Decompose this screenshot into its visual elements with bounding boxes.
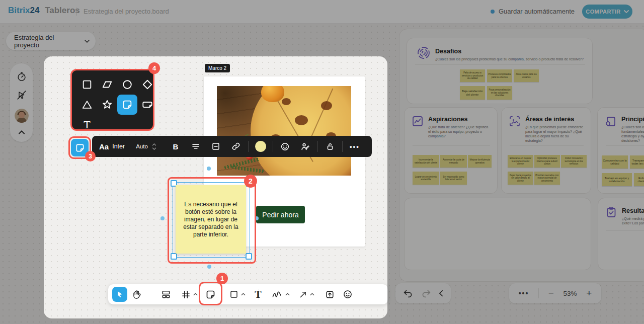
- mini-sticky-note[interactable]: Mejorar la eficiencia operativa: [468, 155, 492, 168]
- card-divider: [606, 145, 644, 146]
- mini-sticky-note[interactable]: Aumentar la cuota de mercado: [440, 155, 467, 168]
- star-shape-tool[interactable]: [97, 95, 117, 115]
- font-size-stepper[interactable]: [152, 143, 156, 150]
- mini-sticky-note[interactable]: Poca personalización en las soluciones o…: [487, 86, 512, 100]
- card-empty[interactable]: [404, 198, 591, 270]
- mini-sticky-note[interactable]: Trabajo en equipo y colaboración: [602, 173, 632, 186]
- chevron-up-icon[interactable]: [18, 130, 25, 134]
- card-desafios[interactable]: Desafíos ¿Cuáles son los principales pro…: [407, 38, 593, 104]
- pedir-ahora-button[interactable]: Pedir ahora: [256, 206, 305, 223]
- format-toolbar: Aa Inter Auto B •••: [92, 136, 372, 157]
- redo-button[interactable]: [421, 289, 431, 298]
- sticky-note[interactable]: Es necesario que el botón esté sobre la …: [176, 185, 246, 254]
- mini-sticky-note[interactable]: Priorizar mercados con mayor potencial d…: [534, 172, 560, 185]
- pen-tool-caret[interactable]: [285, 293, 290, 296]
- mini-sticky-note[interactable]: Enfoque en el cliente siempre: [634, 173, 644, 186]
- card-aspiraciones[interactable]: Aspiraciones ¿Qué trata de obtener? ¿Qué…: [404, 107, 498, 194]
- board-title-chip[interactable]: Estrategia del proyecto: [6, 32, 96, 50]
- zoom-in-button[interactable]: +: [586, 288, 592, 299]
- shape-tool-caret[interactable]: [241, 293, 246, 296]
- share-button[interactable]: COMPARTIR: [582, 5, 632, 19]
- pizza-image[interactable]: [217, 86, 351, 176]
- aspirations-icon: [412, 115, 424, 127]
- circle-shape-tool[interactable]: [117, 74, 137, 95]
- share-label: COMPARTIR: [586, 9, 620, 15]
- laser-off-icon[interactable]: [16, 90, 27, 101]
- avatar[interactable]: [15, 109, 29, 123]
- align-button[interactable]: [186, 142, 206, 151]
- landscape-sticky-shape-tool[interactable]: [137, 95, 157, 115]
- zoom-level[interactable]: 53%: [564, 290, 577, 297]
- chevron-left-icon: [439, 290, 443, 297]
- timer-icon[interactable]: [16, 71, 27, 82]
- mini-sticky-note[interactable]: Dejar fuera proyectos sin valor directo …: [508, 172, 533, 185]
- card-divider: [413, 145, 490, 146]
- mini-sticky-note[interactable]: Transparencia en todas las acciones: [630, 155, 644, 169]
- emoji-tool[interactable]: [342, 288, 354, 300]
- hand-tool[interactable]: [130, 288, 142, 300]
- undo-button[interactable]: [403, 289, 413, 298]
- author-button[interactable]: [295, 142, 315, 151]
- zoom-out-button[interactable]: −: [548, 288, 554, 299]
- select-tool[interactable]: [112, 287, 127, 302]
- diamond-shape-tool[interactable]: [137, 74, 157, 95]
- border-style-button[interactable]: [206, 142, 226, 151]
- triangle-shape-tool[interactable]: [77, 95, 97, 115]
- lock-button[interactable]: [320, 142, 340, 151]
- arrow-tool[interactable]: [297, 288, 309, 300]
- canvas-more-button[interactable]: •••: [519, 289, 529, 297]
- mini-sticky-note[interactable]: Optimizar procesos internos para reducir…: [534, 155, 560, 168]
- mini-sticky-note[interactable]: Baja satisfacción del cliente: [460, 86, 485, 100]
- arrow-tool-caret[interactable]: [310, 293, 314, 296]
- card-resultados[interactable]: Resultados ¿Qué medirá para saber si tuv…: [598, 198, 644, 270]
- mini-sticky-note[interactable]: Altos costos para los usuarios: [514, 69, 539, 82]
- mini-sticky-note[interactable]: Procesos complicados para los clientes: [487, 69, 512, 82]
- font-family-select[interactable]: Inter: [112, 143, 125, 150]
- frame-tool[interactable]: [180, 288, 192, 300]
- pen-tool[interactable]: [270, 288, 283, 300]
- square-shape-tool[interactable]: [77, 74, 97, 95]
- card-subtitle: ¿Cuáles son los valores fundamentales qu…: [621, 125, 644, 143]
- mini-sticky-note[interactable]: Compromiso con la calidad: [602, 155, 628, 169]
- parallelogram-shape-tool[interactable]: [97, 74, 117, 95]
- card-title: Resultados: [622, 207, 644, 214]
- shape-tool[interactable]: [228, 288, 240, 300]
- card-divider: [415, 64, 585, 65]
- brand-bitrix: Bitrix: [8, 6, 30, 15]
- mini-sticky-note[interactable]: Ser reconocido como líder en el sector: [440, 172, 467, 185]
- border-style-icon: [211, 142, 220, 151]
- resize-handle[interactable]: [246, 253, 252, 260]
- resize-handle[interactable]: [171, 253, 177, 260]
- frame-label[interactable]: Marco 2: [205, 64, 230, 72]
- mini-sticky-note[interactable]: Incluir innovación tecnológica en los se…: [561, 155, 587, 168]
- upload-tool[interactable]: [324, 288, 336, 300]
- sticky-note-tool[interactable]: [204, 288, 217, 301]
- chevron-down-icon: [85, 40, 90, 43]
- collapse-history-button[interactable]: [439, 290, 443, 297]
- frame-label-text: Marco 2: [208, 65, 226, 71]
- mini-sticky-note[interactable]: Incrementar la satisfacción del cliente: [413, 155, 439, 168]
- layout-tool[interactable]: [160, 288, 172, 300]
- text-icon: T: [84, 119, 90, 130]
- card-areas-de-interes[interactable]: Áreas de interés ¿En qué problemas puede…: [501, 107, 591, 194]
- mini-sticky-note[interactable]: Enfocarse en mejorar la experiencia del …: [508, 155, 533, 168]
- chevron-up-icon: [193, 293, 198, 296]
- fill-color-button[interactable]: [251, 141, 271, 152]
- board-filename: Estrategia del proyecto.board: [84, 8, 169, 15]
- upload-icon: [325, 290, 335, 299]
- mini-sticky-note[interactable]: Lograr un crecimiento sostenible: [413, 172, 439, 185]
- card-principios-rectores[interactable]: Principios rectores ¿Cuáles son los valo…: [597, 107, 644, 194]
- emoji-icon: [280, 142, 290, 151]
- mini-sticky-note[interactable]: Falta de acceso a servicios o productos …: [460, 69, 485, 82]
- text-tool[interactable]: T: [253, 288, 263, 301]
- frame-tool-caret[interactable]: [193, 293, 198, 296]
- link-icon: [231, 142, 240, 151]
- more-button[interactable]: •••: [345, 143, 365, 150]
- sticky-note-shape-tool[interactable]: [117, 95, 137, 115]
- text-shape-tool[interactable]: T: [77, 115, 97, 135]
- font-size-select[interactable]: Auto: [136, 143, 148, 149]
- emoji-button[interactable]: [275, 142, 295, 151]
- pizza-topping: [282, 98, 291, 105]
- bold-button[interactable]: B: [166, 142, 186, 151]
- link-button[interactable]: [226, 142, 246, 151]
